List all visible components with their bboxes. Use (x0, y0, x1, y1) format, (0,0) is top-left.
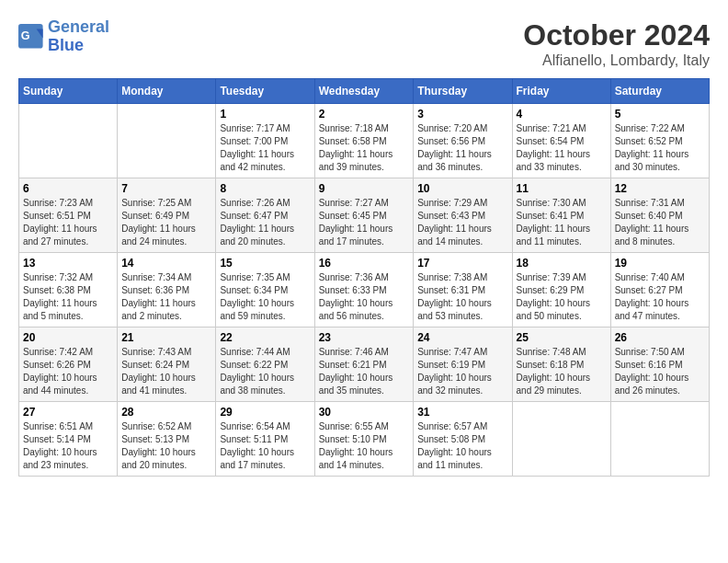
day-detail: Sunrise: 7:47 AM Sunset: 6:19 PM Dayligh… (417, 346, 507, 397)
calendar-cell: 22Sunrise: 7:44 AM Sunset: 6:22 PM Dayli… (216, 327, 314, 402)
day-number: 25 (517, 331, 607, 344)
logo-icon: G (18, 24, 44, 50)
calendar-cell (19, 104, 118, 178)
calendar-cell: 28Sunrise: 6:52 AM Sunset: 5:13 PM Dayli… (118, 402, 216, 477)
day-number: 9 (319, 182, 410, 195)
day-number: 5 (615, 108, 705, 121)
day-number: 19 (615, 257, 705, 270)
calendar-cell: 20Sunrise: 7:42 AM Sunset: 6:26 PM Dayli… (19, 327, 118, 402)
day-detail: Sunrise: 7:17 AM Sunset: 7:00 PM Dayligh… (220, 122, 310, 174)
day-detail: Sunrise: 7:32 AM Sunset: 6:38 PM Dayligh… (23, 271, 113, 323)
calendar-cell: 14Sunrise: 7:34 AM Sunset: 6:36 PM Dayli… (118, 253, 216, 327)
calendar-cell: 16Sunrise: 7:36 AM Sunset: 6:33 PM Dayli… (314, 253, 414, 327)
logo: G General Blue (18, 18, 109, 55)
calendar-cell: 4Sunrise: 7:21 AM Sunset: 6:54 PM Daylig… (512, 104, 610, 178)
calendar-cell: 10Sunrise: 7:29 AM Sunset: 6:43 PM Dayli… (414, 178, 512, 253)
weekday-header-wednesday: Wednesday (314, 79, 414, 104)
day-detail: Sunrise: 7:50 AM Sunset: 6:16 PM Dayligh… (615, 346, 705, 397)
day-number: 23 (319, 331, 410, 344)
day-detail: Sunrise: 7:42 AM Sunset: 6:26 PM Dayligh… (23, 346, 113, 397)
day-detail: Sunrise: 6:57 AM Sunset: 5:08 PM Dayligh… (417, 420, 507, 472)
calendar-cell: 2Sunrise: 7:18 AM Sunset: 6:58 PM Daylig… (314, 104, 414, 178)
calendar-cell: 7Sunrise: 7:25 AM Sunset: 6:49 PM Daylig… (118, 178, 216, 253)
calendar-cell: 9Sunrise: 7:27 AM Sunset: 6:45 PM Daylig… (314, 178, 414, 253)
day-detail: Sunrise: 6:52 AM Sunset: 5:13 PM Dayligh… (121, 420, 211, 472)
calendar-week-row: 13Sunrise: 7:32 AM Sunset: 6:38 PM Dayli… (19, 253, 710, 327)
day-number: 2 (319, 108, 410, 121)
calendar-week-row: 1Sunrise: 7:17 AM Sunset: 7:00 PM Daylig… (19, 104, 710, 178)
calendar-cell: 3Sunrise: 7:20 AM Sunset: 6:56 PM Daylig… (414, 104, 512, 178)
day-number: 10 (417, 182, 507, 195)
calendar-week-row: 27Sunrise: 6:51 AM Sunset: 5:14 PM Dayli… (19, 402, 710, 477)
calendar-cell: 1Sunrise: 7:17 AM Sunset: 7:00 PM Daylig… (216, 104, 314, 178)
day-number: 28 (121, 406, 211, 419)
weekday-header-thursday: Thursday (414, 79, 512, 104)
calendar-cell: 15Sunrise: 7:35 AM Sunset: 6:34 PM Dayli… (216, 253, 314, 327)
day-number: 21 (121, 331, 211, 344)
day-detail: Sunrise: 7:25 AM Sunset: 6:49 PM Dayligh… (121, 197, 211, 248)
day-number: 22 (220, 331, 310, 344)
day-detail: Sunrise: 6:54 AM Sunset: 5:11 PM Dayligh… (220, 420, 310, 472)
logo-text: General Blue (48, 18, 109, 55)
day-detail: Sunrise: 6:55 AM Sunset: 5:10 PM Dayligh… (319, 420, 410, 472)
weekday-header-tuesday: Tuesday (216, 79, 314, 104)
svg-text:G: G (21, 29, 30, 42)
day-number: 31 (417, 406, 507, 419)
day-number: 15 (220, 257, 310, 270)
day-number: 16 (319, 257, 410, 270)
calendar-week-row: 6Sunrise: 7:23 AM Sunset: 6:51 PM Daylig… (19, 178, 710, 253)
month-title: October 2024 (523, 18, 710, 52)
day-number: 1 (220, 108, 310, 121)
day-number: 27 (23, 406, 113, 419)
day-number: 29 (220, 406, 310, 419)
calendar-cell: 5Sunrise: 7:22 AM Sunset: 6:52 PM Daylig… (610, 104, 709, 178)
calendar-cell: 19Sunrise: 7:40 AM Sunset: 6:27 PM Dayli… (610, 253, 709, 327)
calendar-cell (512, 402, 610, 477)
day-detail: Sunrise: 7:21 AM Sunset: 6:54 PM Dayligh… (517, 122, 607, 174)
day-detail: Sunrise: 7:38 AM Sunset: 6:31 PM Dayligh… (417, 271, 507, 323)
day-detail: Sunrise: 7:34 AM Sunset: 6:36 PM Dayligh… (121, 271, 211, 323)
calendar-cell: 31Sunrise: 6:57 AM Sunset: 5:08 PM Dayli… (414, 402, 512, 477)
title-area: October 2024 Alfianello, Lombardy, Italy (523, 18, 710, 69)
day-detail: Sunrise: 7:46 AM Sunset: 6:21 PM Dayligh… (319, 346, 410, 397)
calendar-cell: 11Sunrise: 7:30 AM Sunset: 6:41 PM Dayli… (512, 178, 610, 253)
calendar-cell: 13Sunrise: 7:32 AM Sunset: 6:38 PM Dayli… (19, 253, 118, 327)
day-detail: Sunrise: 7:39 AM Sunset: 6:29 PM Dayligh… (517, 271, 607, 323)
day-detail: Sunrise: 7:18 AM Sunset: 6:58 PM Dayligh… (319, 122, 410, 174)
day-detail: Sunrise: 7:35 AM Sunset: 6:34 PM Dayligh… (220, 271, 310, 323)
day-number: 30 (319, 406, 410, 419)
weekday-header-row: SundayMondayTuesdayWednesdayThursdayFrid… (19, 79, 710, 104)
calendar-cell (118, 104, 216, 178)
day-detail: Sunrise: 7:43 AM Sunset: 6:24 PM Dayligh… (121, 346, 211, 397)
page-header: G General Blue October 2024 Alfianello, … (18, 18, 710, 69)
day-number: 3 (417, 108, 507, 121)
day-detail: Sunrise: 7:23 AM Sunset: 6:51 PM Dayligh… (23, 197, 113, 248)
calendar-cell (610, 402, 709, 477)
day-number: 14 (121, 257, 211, 270)
day-detail: Sunrise: 6:51 AM Sunset: 5:14 PM Dayligh… (23, 420, 113, 472)
calendar-cell: 27Sunrise: 6:51 AM Sunset: 5:14 PM Dayli… (19, 402, 118, 477)
day-number: 17 (417, 257, 507, 270)
calendar-cell: 30Sunrise: 6:55 AM Sunset: 5:10 PM Dayli… (314, 402, 414, 477)
day-detail: Sunrise: 7:31 AM Sunset: 6:40 PM Dayligh… (615, 197, 705, 248)
weekday-header-sunday: Sunday (19, 79, 118, 104)
day-detail: Sunrise: 7:20 AM Sunset: 6:56 PM Dayligh… (417, 122, 507, 174)
day-number: 8 (220, 182, 310, 195)
weekday-header-friday: Friday (512, 79, 610, 104)
day-detail: Sunrise: 7:27 AM Sunset: 6:45 PM Dayligh… (319, 197, 410, 248)
weekday-header-monday: Monday (118, 79, 216, 104)
day-detail: Sunrise: 7:44 AM Sunset: 6:22 PM Dayligh… (220, 346, 310, 397)
calendar-table: SundayMondayTuesdayWednesdayThursdayFrid… (18, 78, 710, 477)
calendar-cell: 23Sunrise: 7:46 AM Sunset: 6:21 PM Dayli… (314, 327, 414, 402)
day-number: 12 (615, 182, 705, 195)
day-number: 24 (417, 331, 507, 344)
calendar-cell: 24Sunrise: 7:47 AM Sunset: 6:19 PM Dayli… (414, 327, 512, 402)
calendar-cell: 25Sunrise: 7:48 AM Sunset: 6:18 PM Dayli… (512, 327, 610, 402)
calendar-cell: 17Sunrise: 7:38 AM Sunset: 6:31 PM Dayli… (414, 253, 512, 327)
calendar-cell: 6Sunrise: 7:23 AM Sunset: 6:51 PM Daylig… (19, 178, 118, 253)
day-detail: Sunrise: 7:36 AM Sunset: 6:33 PM Dayligh… (319, 271, 410, 323)
calendar-cell: 29Sunrise: 6:54 AM Sunset: 5:11 PM Dayli… (216, 402, 314, 477)
day-number: 7 (121, 182, 211, 195)
day-number: 18 (517, 257, 607, 270)
day-number: 20 (23, 331, 113, 344)
